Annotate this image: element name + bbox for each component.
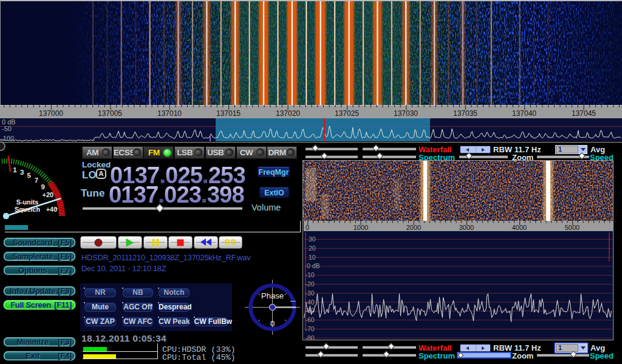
svg-text:137025: 137025 (335, 109, 359, 118)
svg-text:7: 7 (35, 177, 38, 184)
svg-text:1000: 1000 (353, 224, 367, 231)
svg-text:3000: 3000 (459, 224, 473, 231)
svg-text:137015: 137015 (216, 109, 241, 118)
svg-text:5000: 5000 (564, 224, 579, 231)
svg-text:-60: -60 (305, 316, 314, 323)
svg-text:Phase: Phase (261, 291, 284, 300)
svg-text:137005: 137005 (98, 109, 122, 118)
svg-text:Squelch: Squelch (15, 206, 40, 213)
svg-text:0: 0 (270, 319, 275, 328)
svg-text:9: 9 (41, 183, 45, 190)
svg-text:0 dB: 0 dB (307, 262, 320, 269)
svg-text:+20: +20 (42, 191, 53, 198)
svg-text:-70: -70 (305, 325, 314, 332)
svg-text:30: 30 (309, 235, 316, 243)
svg-text:20: 20 (309, 244, 316, 252)
svg-text:137020: 137020 (276, 109, 300, 118)
svg-text:4000: 4000 (511, 224, 526, 231)
svg-text:2000: 2000 (406, 224, 420, 231)
svg-text:137040: 137040 (512, 109, 536, 118)
svg-text:0: 0 (305, 224, 309, 231)
svg-text:137030: 137030 (394, 109, 418, 118)
svg-text:-30: -30 (305, 289, 314, 297)
svg-text:3: 3 (20, 169, 24, 176)
svg-text:137045: 137045 (572, 109, 596, 118)
svg-text:1: 1 (13, 166, 17, 174)
svg-text:-20: -20 (305, 280, 314, 288)
svg-text:S-units: S-units (16, 198, 39, 206)
svg-text:137035: 137035 (453, 109, 477, 118)
svg-text:-80: -80 (305, 334, 314, 340)
svg-text:10: 10 (309, 254, 316, 261)
svg-text:+40: +40 (46, 206, 58, 213)
svg-text:5: 5 (27, 172, 32, 179)
svg-text:137010: 137010 (157, 109, 182, 118)
svg-text:-10: -10 (305, 271, 314, 278)
svg-text:137000: 137000 (39, 109, 63, 118)
